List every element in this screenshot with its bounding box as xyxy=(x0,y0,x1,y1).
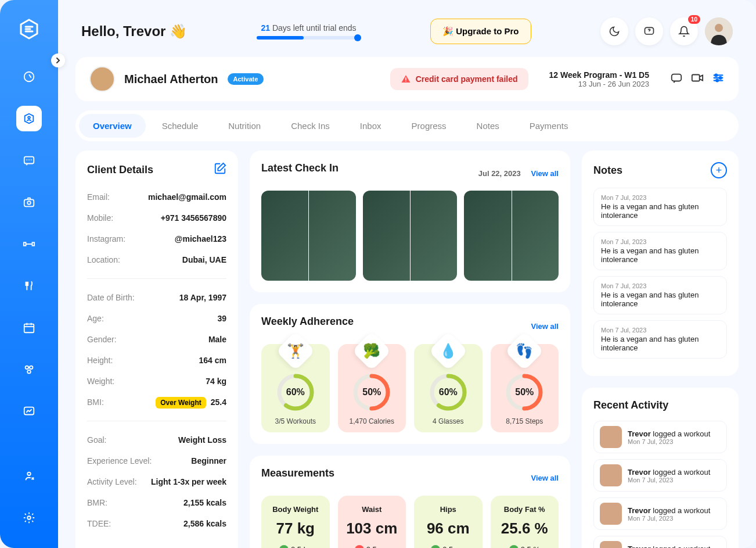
tab-schedule[interactable]: Schedule xyxy=(148,114,213,138)
tab-notes[interactable]: Notes xyxy=(463,114,513,138)
checkin-photo[interactable] xyxy=(261,191,356,281)
nav-settings[interactable] xyxy=(16,505,42,531)
svg-point-21 xyxy=(716,80,718,82)
payment-alert: Credit card payment failed xyxy=(390,68,528,90)
svg-point-19 xyxy=(715,74,718,77)
video-icon[interactable] xyxy=(691,71,704,87)
activity-title: Recent Activity xyxy=(593,399,727,411)
measurement-item: Waist 103 cm ↑ 0.5 cm xyxy=(338,496,406,548)
measurements-view-all[interactable]: View all xyxy=(531,474,559,482)
notifications-button[interactable]: 10 xyxy=(670,17,698,45)
tab-progress[interactable]: Progress xyxy=(398,114,460,138)
nav-team[interactable] xyxy=(16,357,42,382)
weight-label: Weight: xyxy=(87,377,114,386)
svg-point-1 xyxy=(28,116,30,119)
measurement-delta: ↓ 0.5 cm xyxy=(431,545,465,549)
activate-badge[interactable]: Activate xyxy=(228,73,264,85)
adherence-pct: 50% xyxy=(504,372,545,413)
measurement-label: Body Fat % xyxy=(496,505,553,514)
tab-overview[interactable]: Overview xyxy=(79,114,146,138)
mobile-label: Mobile: xyxy=(87,213,113,223)
sidebar-collapse-button[interactable] xyxy=(51,53,65,67)
settings-header-icon[interactable] xyxy=(712,71,725,87)
edit-icon[interactable] xyxy=(214,162,226,177)
divider xyxy=(87,421,226,421)
svg-rect-7 xyxy=(24,324,34,333)
bmi-badge: Over Weight xyxy=(156,397,206,409)
adherence-view-all[interactable]: View all xyxy=(531,322,559,331)
bmi-value: 25.4 xyxy=(211,397,226,407)
nav-help[interactable] xyxy=(16,463,42,489)
nav-calendar[interactable] xyxy=(16,315,42,341)
nav-workouts[interactable] xyxy=(16,231,42,257)
note-item[interactable]: Mon 7 Jul, 2023He is a vegan and has glu… xyxy=(593,188,727,226)
greeting: Hello, Trevor 👋 xyxy=(81,23,187,40)
nav-dashboard[interactable] xyxy=(16,64,42,89)
nav-nutrition[interactable] xyxy=(16,273,42,299)
svg-point-0 xyxy=(24,72,34,82)
notification-badge: 10 xyxy=(688,15,700,24)
activity-avatar xyxy=(600,464,622,486)
tdee-value: 2,586 kcals xyxy=(183,519,226,528)
activity-item[interactable]: Trevor logged a workoutMon 7 Jul, 2023 xyxy=(593,459,727,492)
tab-inbox[interactable]: Inbox xyxy=(346,114,395,138)
checkin-photo[interactable] xyxy=(464,191,559,281)
goal-label: Goal: xyxy=(87,435,106,445)
measurement-value: 103 cm xyxy=(344,520,401,538)
nav-camera[interactable] xyxy=(16,189,42,215)
trial-info: 21 Days left until trial ends xyxy=(257,23,361,40)
note-item[interactable]: Mon 7 Jul, 2023He is a vegan and has glu… xyxy=(593,232,727,270)
dark-mode-button[interactable] xyxy=(600,17,628,45)
measurement-label: Body Weight xyxy=(267,505,324,514)
trial-suffix: Days left until trial ends xyxy=(270,23,357,33)
add-note-button[interactable]: + xyxy=(711,162,727,178)
exp-value: Beginner xyxy=(191,456,226,465)
note-text: He is a vegan and has gluten intolerance xyxy=(601,202,719,220)
upgrade-button[interactable]: 🎉 Upgrade to Pro xyxy=(430,19,531,44)
payment-alert-text: Credit card payment failed xyxy=(416,74,518,84)
tab-nutrition[interactable]: Nutrition xyxy=(214,114,275,138)
checkin-view-all[interactable]: View all xyxy=(531,169,559,178)
adherence-icon: 👣 xyxy=(505,331,544,371)
activity-item[interactable]: Trevor logged a workoutMon 7 Jul, 2023 xyxy=(593,497,727,530)
bmr-value: 2,155 kcals xyxy=(183,498,226,507)
measurement-value: 96 cm xyxy=(420,520,477,538)
goal-value: Weight Loss xyxy=(178,435,226,445)
mobile-value: +971 3456567890 xyxy=(161,213,226,223)
email-value: michael@gmail.com xyxy=(148,192,226,202)
adherence-title: Weekly Adherence xyxy=(261,316,354,328)
notes-card: Notes + Mon 7 Jul, 2023He is a vegan and… xyxy=(582,151,739,376)
activity-text: Trevor logged a workout xyxy=(628,506,710,515)
note-text: He is a vegan and has gluten intolerance xyxy=(601,246,719,264)
checkin-card: Latest Check In Jul 22, 2023 View all xyxy=(250,151,570,292)
measurement-delta: ↓ 0.5 % xyxy=(509,545,540,549)
measurement-item: Hips 96 cm ↓ 0.5 cm xyxy=(414,496,483,548)
gender-label: Gender: xyxy=(87,335,117,344)
program-title: 12 Week Program - W1 D5 xyxy=(549,70,649,80)
adherence-label: 8,715 Steps xyxy=(498,417,552,425)
activity-item[interactable]: Trevor logged a workoutMon 7 Jul, 2023 xyxy=(593,421,727,453)
adherence-label: 4 Glasses xyxy=(421,417,476,425)
nav-messages[interactable] xyxy=(16,148,42,173)
note-item[interactable]: Mon 7 Jul, 2023He is a vegan and has glu… xyxy=(593,320,727,359)
notes-title: Notes xyxy=(593,164,622,177)
user-avatar[interactable] xyxy=(705,17,733,45)
tab-checkins[interactable]: Check Ins xyxy=(277,114,344,138)
activity-text: Trevor logged a workout xyxy=(628,468,710,477)
nav-analytics[interactable] xyxy=(16,399,42,424)
support-button[interactable] xyxy=(635,17,663,45)
divider xyxy=(87,278,226,279)
activity-avatar xyxy=(600,426,622,448)
tab-payments[interactable]: Payments xyxy=(516,114,582,138)
activity-item[interactable]: Trevor logged a workoutMon 7 Jul, 2023 xyxy=(593,536,727,548)
checkin-photo[interactable] xyxy=(363,191,458,281)
nav-clients[interactable] xyxy=(16,106,42,131)
svg-point-12 xyxy=(27,472,31,476)
chat-icon[interactable] xyxy=(670,71,683,87)
bmi-label: BMI: xyxy=(87,397,104,407)
adherence-label: 3/5 Workouts xyxy=(268,417,323,425)
trial-days: 21 xyxy=(261,23,270,33)
tabs: Overview Schedule Nutrition Check Ins In… xyxy=(75,110,739,141)
location-value: Dubai, UAE xyxy=(182,255,226,264)
note-item[interactable]: Mon 7 Jul, 2023He is a vegan and has glu… xyxy=(593,276,727,314)
